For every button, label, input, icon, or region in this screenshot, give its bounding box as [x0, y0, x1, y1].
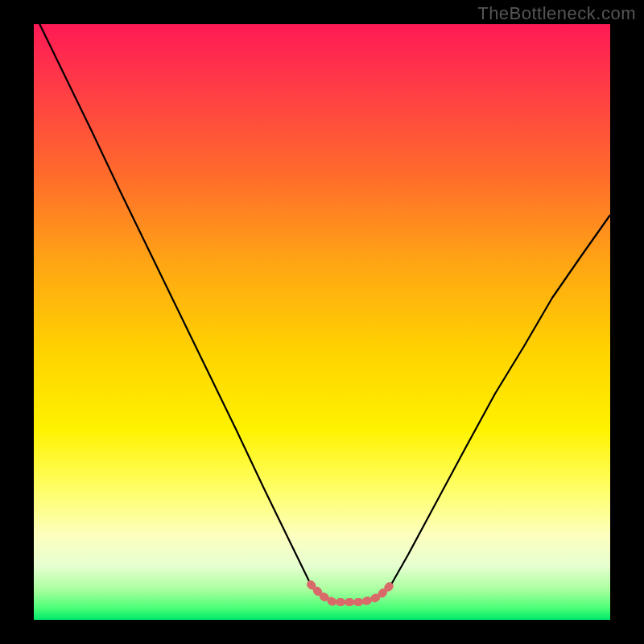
plot-area — [34, 24, 610, 620]
chart-frame: TheBottleneck.com — [0, 0, 644, 644]
watermark-text: TheBottleneck.com — [477, 3, 636, 24]
optimal-range-marker — [311, 584, 391, 602]
bottleneck-curve — [34, 24, 610, 602]
curve-layer — [34, 24, 610, 620]
